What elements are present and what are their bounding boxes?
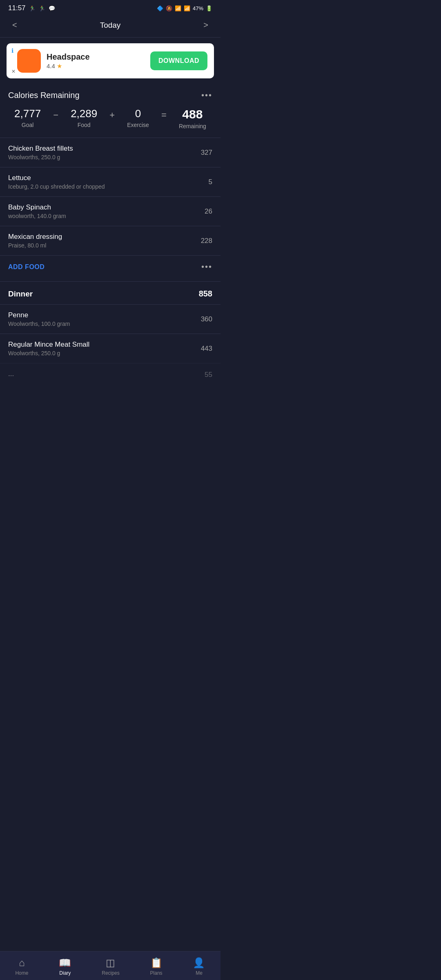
nav-header: < Today > <box>0 15 220 37</box>
food-name: Baby Spinach <box>8 203 66 212</box>
mute-icon: 🔕 <box>166 5 172 11</box>
food-calories: 26 <box>205 207 212 216</box>
food-name: ... <box>8 370 14 378</box>
food-name: Mexican dressing <box>8 233 62 241</box>
food-item-info: Chicken Breast fillets Woolworths, 250.0… <box>8 145 73 160</box>
ad-app-name: Headspace <box>47 52 145 62</box>
wifi-icon: 📶 <box>175 5 181 11</box>
goal-value: 2,777 <box>14 107 41 120</box>
dinner-items-list: Penne Woolworths, 100.0 gram 360 Regular… <box>0 304 220 386</box>
calories-remaining: 488 Remaining <box>179 107 206 129</box>
signal-icon: 📶 <box>184 5 190 11</box>
food-item-info: ... <box>8 370 14 379</box>
run-icon2: 🏃‍♂️ <box>39 5 45 11</box>
dinner-calories: 858 <box>199 289 212 298</box>
dinner-name: Dinner <box>8 290 33 298</box>
header-divider <box>0 37 220 38</box>
calories-section-header: Calories Remaining ••• <box>0 84 220 104</box>
food-calories: 5 <box>209 178 212 186</box>
dinner-food-item[interactable]: Regular Mince Meat Small Woolworths, 250… <box>0 334 220 363</box>
prev-day-arrow[interactable]: < <box>8 19 21 31</box>
food-item-info: Mexican dressing Praise, 80.0 ml <box>8 233 62 249</box>
remaining-label: Remaining <box>179 123 206 129</box>
status-right: 🔷 🔕 📶 📶 47% 🔋 <box>157 5 212 11</box>
food-item-info: Regular Mince Meat Small Woolworths, 250… <box>8 341 89 356</box>
battery-percentage: 47% <box>193 5 203 11</box>
add-food-row: ADD FOOD ••• <box>0 255 220 278</box>
food-detail: Woolworths, 250.0 g <box>8 154 73 160</box>
food-calories: 55 <box>205 371 212 379</box>
ad-banner: ℹ ✕ Headspace 4.4 ★ DOWNLOAD <box>7 43 214 78</box>
lunch-more-button[interactable]: ••• <box>201 262 212 272</box>
food-detail: Iceburg, 2.0 cup shredded or chopped <box>8 183 105 190</box>
status-bar: 11:57 🏃‍♂️ 🏃‍♂️ 💬 🔷 🔕 📶 📶 47% 🔋 <box>0 0 220 15</box>
ad-close-icon[interactable]: ✕ <box>11 69 16 74</box>
calories-more-button[interactable]: ••• <box>201 91 212 100</box>
plus-operator: + <box>109 107 115 120</box>
dinner-food-item[interactable]: ... 55 <box>0 363 220 386</box>
food-detail: woolworth, 140.0 gram <box>8 213 66 219</box>
food-item-info: Penne Woolworths, 100.0 gram <box>8 311 70 327</box>
food-item-info: Baby Spinach woolworth, 140.0 gram <box>8 203 66 219</box>
calories-food: 2,289 Food <box>71 107 97 128</box>
food-label: Food <box>78 122 91 128</box>
dinner-food-item[interactable]: Penne Woolworths, 100.0 gram 360 <box>0 304 220 334</box>
lunch-items-list: Chicken Breast fillets Woolworths, 250.0… <box>0 138 220 255</box>
food-detail: Woolworths, 250.0 g <box>8 350 89 356</box>
food-calories: 228 <box>201 237 212 245</box>
food-calories: 327 <box>201 149 212 157</box>
ad-app-icon <box>17 49 41 73</box>
calories-title: Calories Remaining <box>8 91 80 100</box>
food-name: Chicken Breast fillets <box>8 145 73 153</box>
food-calories: 443 <box>201 345 212 353</box>
ad-info-icon[interactable]: ℹ <box>11 47 13 54</box>
status-time: 11:57 <box>8 4 26 12</box>
food-calories: 360 <box>201 315 212 323</box>
battery-icon: 🔋 <box>206 5 212 11</box>
dinner-header: Dinner 858 <box>0 281 220 304</box>
lunch-food-item[interactable]: Mexican dressing Praise, 80.0 ml 228 <box>0 226 220 255</box>
ad-download-button[interactable]: DOWNLOAD <box>150 51 207 70</box>
ad-star-icon: ★ <box>57 62 62 70</box>
food-name: Lettuce <box>8 174 105 182</box>
ad-rating-value: 4.4 <box>47 62 55 69</box>
equals-operator: = <box>161 107 167 120</box>
food-detail: Woolworths, 100.0 gram <box>8 321 70 327</box>
food-detail: Praise, 80.0 ml <box>8 242 62 249</box>
calories-exercise: 0 Exercise <box>127 107 149 128</box>
exercise-label: Exercise <box>127 122 149 128</box>
next-day-arrow[interactable]: > <box>199 19 212 31</box>
add-food-button[interactable]: ADD FOOD <box>8 263 45 271</box>
lunch-food-item[interactable]: Lettuce Iceburg, 2.0 cup shredded or cho… <box>0 167 220 196</box>
minus-operator: − <box>53 107 58 120</box>
ad-info: Headspace 4.4 ★ <box>47 52 145 70</box>
calories-goal: 2,777 Goal <box>14 107 41 128</box>
status-left: 11:57 🏃‍♂️ 🏃‍♂️ 💬 <box>8 4 55 12</box>
food-item-info: Lettuce Iceburg, 2.0 cup shredded or cho… <box>8 174 105 190</box>
whatsapp-icon: 💬 <box>49 5 55 11</box>
lunch-food-item[interactable]: Chicken Breast fillets Woolworths, 250.0… <box>0 138 220 167</box>
food-name: Regular Mince Meat Small <box>8 341 89 349</box>
remaining-value: 488 <box>182 107 203 121</box>
calories-row: 2,777 Goal − 2,289 Food + 0 Exercise = 4… <box>0 104 220 138</box>
run-icon1: 🏃‍♂️ <box>29 5 36 11</box>
exercise-value: 0 <box>135 107 141 120</box>
header-title: Today <box>100 21 121 30</box>
food-value: 2,289 <box>71 107 97 120</box>
lunch-food-item[interactable]: Baby Spinach woolworth, 140.0 gram 26 <box>0 196 220 226</box>
food-name: Penne <box>8 311 70 319</box>
goal-label: Goal <box>22 122 34 128</box>
bluetooth-icon: 🔷 <box>157 5 163 11</box>
ad-rating: 4.4 ★ <box>47 62 145 70</box>
